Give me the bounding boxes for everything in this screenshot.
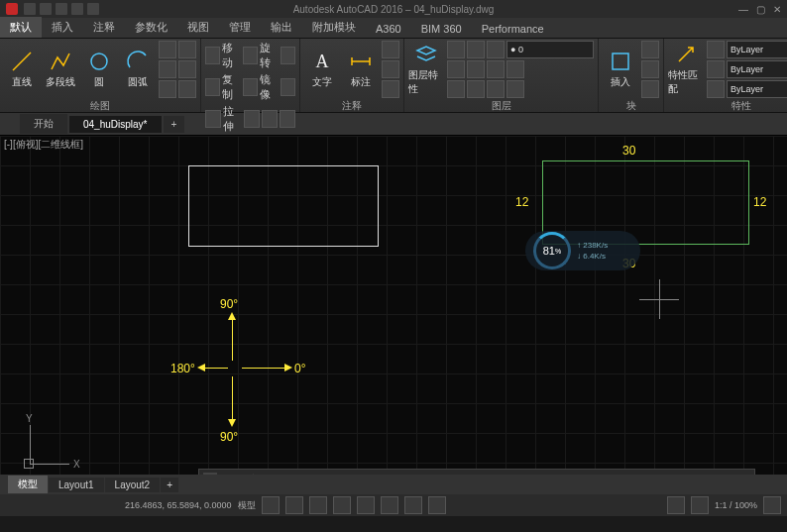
document-tabs: 开始 04_huDisplay* + <box>0 113 787 136</box>
move-label: 移动 <box>222 41 240 70</box>
anno-scale-icon[interactable] <box>667 496 685 514</box>
color-dropdown[interactable]: ByLayer <box>727 41 787 58</box>
color-swatch-icon[interactable] <box>707 41 725 58</box>
arrow-e-head-icon <box>284 364 292 372</box>
insert-block-button[interactable]: 插入 <box>603 41 638 98</box>
transparency-toggle-icon[interactable] <box>428 496 446 514</box>
layer-iso-icon[interactable] <box>467 60 485 78</box>
dimension-button[interactable]: 标注 <box>343 41 379 98</box>
rectangle-white[interactable] <box>188 165 379 247</box>
layer-off-icon[interactable] <box>447 80 465 98</box>
layer-lock-icon[interactable] <box>487 41 505 58</box>
match-props-button[interactable]: 特性匹配 <box>668 41 704 98</box>
layer-dropdown[interactable]: ● 0 <box>506 41 594 58</box>
qat-redo-icon[interactable] <box>87 3 99 15</box>
layer-props-button[interactable]: 图层特性 <box>408 41 444 98</box>
text-button[interactable]: A文字 <box>304 41 340 98</box>
text-label: 文字 <box>312 75 332 89</box>
offset-icon[interactable] <box>280 110 295 128</box>
layer-prev-icon[interactable] <box>487 60 505 78</box>
drawing-canvas[interactable]: [-][俯视][二维线框] 30 12 12 30 81% ↑ 238K/s ↓… <box>0 136 787 494</box>
status-coords: 216.4863, 65.5894, 0.0000 <box>125 500 232 510</box>
copy-icon[interactable] <box>205 78 220 96</box>
mirror-icon[interactable] <box>243 78 258 96</box>
qat-new-icon[interactable] <box>24 3 36 15</box>
qat-undo-icon[interactable] <box>71 3 83 15</box>
tab-view[interactable]: 视图 <box>177 17 219 38</box>
point-icon[interactable] <box>159 80 176 98</box>
stretch-icon[interactable] <box>205 110 221 128</box>
layer-walk-icon[interactable] <box>506 80 524 98</box>
mtext-icon[interactable] <box>382 80 399 98</box>
rotate-icon[interactable] <box>243 47 258 64</box>
block-create-icon[interactable] <box>641 41 659 58</box>
layout-2[interactable]: Layout2 <box>105 478 161 492</box>
tab-parametric[interactable]: 参数化 <box>125 17 177 38</box>
ucs-origin-icon <box>24 459 34 469</box>
tab-performance[interactable]: Performance <box>472 20 554 38</box>
tab-addins[interactable]: 附加模块 <box>302 17 366 38</box>
block-attr-icon[interactable] <box>641 80 659 98</box>
ortho-toggle-icon[interactable] <box>309 496 327 514</box>
osnap-toggle-icon[interactable] <box>357 496 375 514</box>
tab-output[interactable]: 输出 <box>261 17 302 38</box>
layer-match-icon[interactable] <box>447 60 465 78</box>
arc-button[interactable]: 圆弧 <box>120 41 156 98</box>
array-icon[interactable] <box>262 110 278 128</box>
tab-default[interactable]: 默认 <box>0 17 42 38</box>
layer-on-icon[interactable] <box>447 41 465 58</box>
tab-manage[interactable]: 管理 <box>219 17 261 38</box>
tab-annotate[interactable]: 注释 <box>83 17 125 38</box>
tab-a360[interactable]: A360 <box>366 20 411 38</box>
move-icon[interactable] <box>205 47 220 64</box>
line-button[interactable]: 直线 <box>4 41 40 98</box>
status-zoom[interactable]: 1:1 / 100% <box>715 500 757 510</box>
ucs-y-label: Y <box>26 413 33 424</box>
minimize-button[interactable]: — <box>738 4 748 15</box>
layer-freeze-icon[interactable] <box>467 41 485 58</box>
leader-icon[interactable] <box>382 41 399 58</box>
trim-icon[interactable] <box>281 47 295 64</box>
close-button[interactable]: ✕ <box>773 4 781 15</box>
spline-icon[interactable] <box>178 60 196 78</box>
grid-toggle-icon[interactable] <box>262 496 280 514</box>
block-edit-icon[interactable] <box>641 60 659 78</box>
qat-save-icon[interactable] <box>56 3 67 15</box>
snap-toggle-icon[interactable] <box>285 496 303 514</box>
fillet-icon[interactable] <box>281 78 295 96</box>
file-tab[interactable]: 04_huDisplay* <box>69 116 162 133</box>
hatch-icon[interactable] <box>159 60 176 78</box>
region-icon[interactable] <box>178 80 196 98</box>
rect-icon[interactable] <box>159 41 176 58</box>
mirror-label: 镜像 <box>260 72 278 102</box>
qat-open-icon[interactable] <box>40 3 52 15</box>
ellipse-icon[interactable] <box>178 41 196 58</box>
start-tab[interactable]: 开始 <box>20 114 67 134</box>
layer-state-icon[interactable] <box>506 60 524 78</box>
tab-insert[interactable]: 插入 <box>42 17 83 38</box>
scale-icon[interactable] <box>244 110 260 128</box>
status-space[interactable]: 模型 <box>238 499 256 512</box>
layer-unlock-icon[interactable] <box>487 80 505 98</box>
lwt-toggle-icon[interactable] <box>404 496 422 514</box>
otrack-toggle-icon[interactable] <box>381 496 398 514</box>
layer-thaw-icon[interactable] <box>467 80 485 98</box>
lineweight-dropdown[interactable]: ByLayer <box>727 60 787 78</box>
tab-bim360[interactable]: BIM 360 <box>411 20 472 38</box>
customize-icon[interactable] <box>763 496 781 514</box>
layout-1[interactable]: Layout1 <box>49 478 104 492</box>
lineweight-icon[interactable] <box>707 60 725 78</box>
polar-toggle-icon[interactable] <box>333 496 351 514</box>
layout-add-button[interactable]: + <box>161 478 178 492</box>
table-icon[interactable] <box>382 60 399 78</box>
linetype-icon[interactable] <box>707 80 725 98</box>
viewport-label[interactable]: [-][俯视][二维线框] <box>4 138 83 152</box>
panel-layers-title: 图层 <box>408 98 594 113</box>
workspace-icon[interactable] <box>691 496 709 514</box>
polyline-button[interactable]: 多段线 <box>43 41 78 98</box>
maximize-button[interactable]: ▢ <box>756 4 765 15</box>
new-tab-button[interactable]: + <box>164 116 185 133</box>
linetype-dropdown[interactable]: ByLayer <box>727 80 787 98</box>
layout-model[interactable]: 模型 <box>8 476 48 493</box>
circle-button[interactable]: 圆 <box>81 41 117 98</box>
